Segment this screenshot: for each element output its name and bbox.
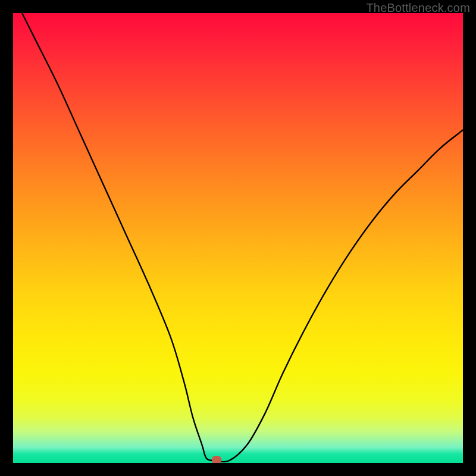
- watermark-text: TheBottleneck.com: [366, 1, 470, 15]
- chart-frame: TheBottleneck.com: [0, 0, 476, 476]
- plot-area: [13, 13, 463, 463]
- bottleneck-curve: [13, 13, 463, 463]
- optimal-point-marker: [212, 456, 221, 463]
